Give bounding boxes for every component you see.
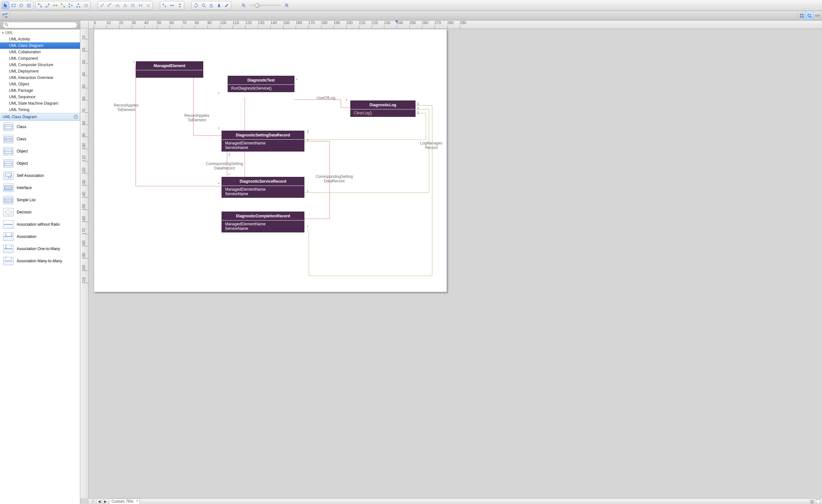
- tree-item[interactable]: UML Component: [0, 55, 80, 62]
- library-tree-icon[interactable]: [0, 11, 10, 20]
- conn-3[interactable]: [52, 2, 59, 9]
- conn-4[interactable]: [59, 2, 66, 9]
- class-diagnostic-test[interactable]: DiagnosticTest RunDiagnosticService(): [228, 76, 295, 92]
- shape-item[interactable]: 1*Association One-to-Many: [0, 243, 80, 255]
- conn-6[interactable]: [75, 2, 82, 9]
- zoom-track[interactable]: [249, 5, 281, 6]
- fit-icon[interactable]: ⛶: [816, 499, 821, 504]
- library-tree: UML UML ActivityUML Class DiagramUML Col…: [0, 30, 80, 113]
- page-next-icon[interactable]: ▶: [103, 499, 108, 504]
- class-attr: ManagedElementName: [225, 222, 301, 226]
- class-setting-record[interactable]: DiagnosticSettingDataRecord ManagedEleme…: [222, 131, 304, 151]
- line-7[interactable]: [145, 2, 152, 9]
- shape-label: Self Association: [17, 173, 44, 178]
- tree-item[interactable]: UML Sequence: [0, 94, 80, 100]
- line-6[interactable]: [137, 2, 144, 9]
- zoom-out-icon[interactable]: [240, 2, 247, 9]
- conn-1[interactable]: [36, 2, 43, 9]
- assoc-label: RecordAppliesToElement: [177, 113, 216, 122]
- multiplicity: *: [307, 190, 308, 193]
- svg-rect-8: [48, 4, 49, 5]
- conn-7[interactable]: [82, 2, 90, 9]
- shape-label: Class: [17, 124, 26, 129]
- tree-item[interactable]: UML State Machine Diagram: [0, 100, 80, 107]
- class-diagnostic-log[interactable]: DiagnosticLog ClearLog(): [350, 100, 415, 117]
- tool-group-connectors: [35, 1, 90, 10]
- shape-item[interactable]: Decision: [0, 206, 80, 218]
- svg-text:1: 1: [11, 233, 13, 237]
- class-attr: ManagedElementName: [225, 187, 301, 192]
- pages-pane-icon[interactable]: ⎚: [90, 499, 95, 504]
- tree-item[interactable]: UML Object: [0, 81, 80, 87]
- svg-rect-37: [218, 4, 220, 6]
- shape-item[interactable]: Simple List: [0, 194, 80, 206]
- layers-icon[interactable]: ▤: [809, 499, 814, 504]
- class-title: DiagnosticServiceRecord: [222, 177, 304, 186]
- svg-rect-36: [218, 6, 220, 7]
- tree-item[interactable]: UML Class Diagram: [0, 42, 80, 49]
- zoom-tool-icon[interactable]: [200, 2, 207, 9]
- zoom-thumb[interactable]: [255, 3, 260, 8]
- shape-label: Simple List: [17, 198, 36, 202]
- shape-item[interactable]: 11Association: [0, 230, 80, 243]
- conn-5[interactable]: [67, 2, 74, 9]
- page-prev-icon[interactable]: ◀: [96, 499, 101, 504]
- tree-item[interactable]: UML Collaboration: [0, 49, 80, 55]
- tree-root[interactable]: UML: [0, 30, 80, 36]
- align-3[interactable]: [176, 2, 183, 9]
- svg-line-45: [287, 6, 288, 7]
- stamp-icon[interactable]: [216, 2, 223, 9]
- rect-tool[interactable]: [10, 2, 17, 9]
- ruler-horizontal[interactable]: 0102030405060708090100110120130140150160…: [89, 21, 822, 29]
- hand-tool-icon[interactable]: [208, 2, 215, 9]
- shape-panel-header: UML Class Diagram ✕: [0, 113, 80, 121]
- shape-item[interactable]: Interface: [0, 182, 80, 194]
- sidebar-search-input[interactable]: [3, 22, 77, 28]
- svg-line-41: [244, 6, 245, 7]
- line-4[interactable]: [122, 2, 129, 9]
- library-search-icon[interactable]: [805, 11, 813, 20]
- class-service-record[interactable]: DiagnosticServiceRecord ManagedElementNa…: [222, 177, 304, 198]
- tool-group-lines: [98, 1, 153, 10]
- shape-item[interactable]: Object: [0, 157, 80, 169]
- shape-item[interactable]: Class: [0, 133, 80, 145]
- line-5[interactable]: [129, 2, 136, 9]
- shape-thumb-icon: 11: [3, 232, 13, 241]
- shape-item[interactable]: Object: [0, 145, 80, 157]
- ruler-vertical[interactable]: 1020304050607080901001101201301401501601…: [80, 29, 89, 498]
- line-2[interactable]: [106, 2, 113, 9]
- svg-point-38: [218, 4, 220, 4]
- table-tool[interactable]: [25, 2, 32, 9]
- library-grid-icon[interactable]: [798, 11, 805, 20]
- ellipse-tool[interactable]: [18, 2, 25, 9]
- tree-item[interactable]: UML Composite Structure: [0, 62, 80, 68]
- conn-2[interactable]: [44, 2, 51, 9]
- tree-item[interactable]: UML Deployment: [0, 68, 80, 74]
- page[interactable]: ManagedElement DiagnosticTest RunDiagnos…: [94, 29, 447, 292]
- ruler-corner: [80, 21, 89, 29]
- zoom-select[interactable]: Custom 76%: [109, 499, 140, 504]
- shape-item[interactable]: Self Association: [0, 169, 80, 182]
- tree-item[interactable]: UML Timing: [0, 107, 80, 113]
- class-managed-element[interactable]: ManagedElement: [136, 61, 203, 78]
- pointer-tool[interactable]: [2, 2, 9, 9]
- tree-item[interactable]: UML Package: [0, 87, 80, 94]
- canvas-viewport[interactable]: ManagedElement DiagnosticTest RunDiagnos…: [89, 29, 822, 498]
- close-icon[interactable]: ✕: [73, 115, 78, 119]
- zoom-slider[interactable]: [238, 2, 292, 9]
- zoom-in-icon[interactable]: [283, 2, 290, 9]
- align-2[interactable]: [168, 2, 175, 9]
- refresh-icon[interactable]: [192, 2, 199, 9]
- line-3[interactable]: [114, 2, 121, 9]
- shape-item[interactable]: **Association Many-to-Many: [0, 255, 80, 267]
- line-1[interactable]: [98, 2, 106, 9]
- shape-item[interactable]: Association without Ratio: [0, 218, 80, 230]
- tool-group-view: [191, 1, 231, 10]
- tree-item[interactable]: UML Interaction Overview: [0, 74, 80, 81]
- shape-item[interactable]: Class: [0, 121, 80, 133]
- align-1[interactable]: [161, 2, 168, 9]
- class-completion-record[interactable]: DiagnosticCompletionRecord ManagedElemen…: [222, 211, 304, 232]
- shape-label: Interface: [17, 185, 32, 190]
- pencil-icon[interactable]: [223, 2, 230, 9]
- tree-item[interactable]: UML Activity: [0, 36, 80, 42]
